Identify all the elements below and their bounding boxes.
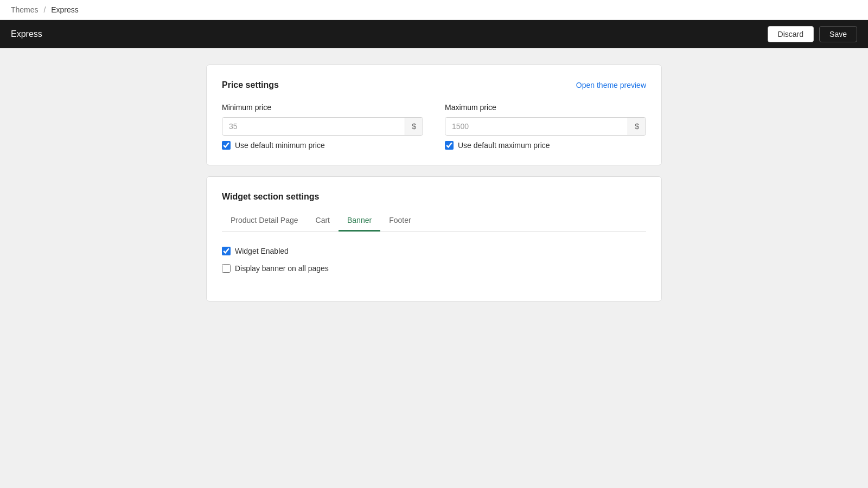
max-price-checkbox-label: Use default maximum price [458, 141, 550, 150]
price-settings-title: Price settings [222, 80, 279, 90]
display-banner-row: Display banner on all pages [222, 264, 646, 273]
max-price-suffix: $ [628, 118, 646, 135]
min-price-input-wrapper: $ [222, 117, 423, 136]
min-price-checkbox-row: Use default minimum price [222, 141, 423, 150]
widget-section-title: Widget section settings [222, 192, 319, 202]
max-price-label: Maximum price [445, 103, 646, 112]
min-price-checkbox-label: Use default minimum price [235, 141, 325, 150]
tab-cart[interactable]: Cart [307, 210, 339, 232]
min-price-label: Minimum price [222, 103, 423, 112]
max-price-col: Maximum price $ Use default maximum pric… [445, 103, 646, 150]
max-price-checkbox[interactable] [445, 141, 454, 150]
breadcrumb-bar: Themes / Express [0, 0, 868, 20]
save-button[interactable]: Save [819, 26, 857, 42]
widget-settings-content: Widget Enabled Display banner on all pag… [222, 242, 646, 286]
min-price-col: Minimum price $ Use default minimum pric… [222, 103, 423, 150]
tab-banner[interactable]: Banner [339, 210, 380, 232]
max-price-checkbox-row: Use default maximum price [445, 141, 646, 150]
action-bar-title: Express [11, 29, 42, 39]
display-banner-checkbox[interactable] [222, 264, 231, 273]
max-price-input-wrapper: $ [445, 117, 646, 136]
widget-enabled-checkbox[interactable] [222, 247, 231, 255]
max-price-input[interactable] [445, 118, 628, 135]
min-price-checkbox[interactable] [222, 141, 231, 150]
action-bar: Express Discard Save [0, 20, 868, 48]
widget-section-card: Widget section settings Product Detail P… [206, 176, 662, 301]
action-bar-buttons: Discard Save [768, 26, 857, 42]
breadcrumb-current: Express [51, 5, 79, 14]
price-settings-card: Price settings Open theme preview Minimu… [206, 65, 662, 165]
display-banner-label: Display banner on all pages [235, 264, 329, 273]
tab-product-detail[interactable]: Product Detail Page [222, 210, 307, 232]
widget-enabled-label: Widget Enabled [235, 247, 289, 255]
main-content: Price settings Open theme preview Minimu… [190, 48, 678, 329]
open-theme-preview-link[interactable]: Open theme preview [576, 81, 646, 89]
breadcrumb-themes[interactable]: Themes [11, 5, 39, 14]
min-price-suffix: $ [405, 118, 423, 135]
widget-section-header: Widget section settings [222, 192, 646, 202]
breadcrumb-separator: / [43, 5, 46, 14]
price-row: Minimum price $ Use default minimum pric… [222, 103, 646, 150]
discard-button[interactable]: Discard [768, 26, 814, 42]
min-price-input[interactable] [222, 118, 405, 135]
tabs-row: Product Detail Page Cart Banner Footer [222, 210, 646, 232]
price-settings-header: Price settings Open theme preview [222, 80, 646, 90]
widget-enabled-row: Widget Enabled [222, 247, 646, 255]
tab-footer[interactable]: Footer [380, 210, 419, 232]
